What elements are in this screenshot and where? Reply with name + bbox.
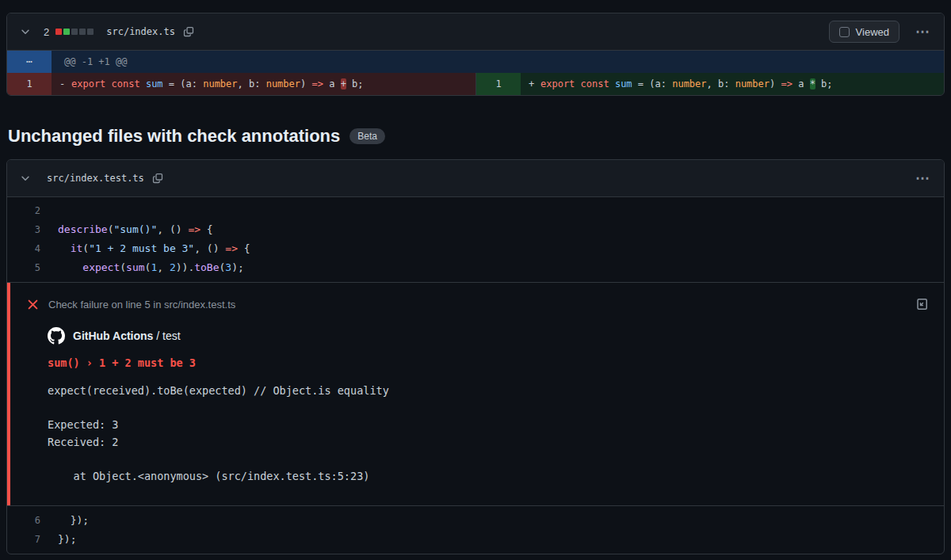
diffstat-square-green: [63, 29, 70, 35]
code-token: =>: [781, 78, 792, 90]
diffstat-square-gray: [79, 29, 86, 35]
code-token: =>: [311, 78, 323, 90]
code-line: 4 it("1 + 2 must be 3", () => {: [7, 239, 944, 258]
code-token: , (): [157, 223, 188, 235]
code-area: 23describe("sum()", () => {4 it("1 + 2 m…: [7, 197, 944, 554]
code-text: });: [58, 511, 89, 530]
code-token: = (a:: [163, 78, 204, 90]
addition-line-number[interactable]: 1: [476, 73, 521, 95]
addition-code-tokens: export const sum = (a: number, b: number…: [540, 78, 833, 90]
check-annotation: Check failure on line 5 in src/index.tes…: [7, 282, 944, 506]
annotation-file-panel: src/index.test.ts ⋯ 23describe("sum()", …: [6, 159, 945, 554]
code-token: sum: [126, 261, 144, 273]
code-line: 3describe("sum()", () => {: [7, 220, 944, 239]
code-token: , b:: [707, 78, 735, 90]
beta-badge: Beta: [349, 128, 385, 144]
line-number: 7: [7, 530, 58, 549]
code-token: expect: [82, 261, 120, 273]
file-name-link[interactable]: src/index.test.ts: [47, 173, 144, 184]
file-name-link[interactable]: src/index.ts: [106, 26, 175, 37]
code-token: (: [120, 261, 126, 273]
code-token: sum: [615, 78, 632, 90]
workflow-name: GitHub Actions: [73, 330, 153, 342]
annotation-accent-bar: [7, 283, 10, 505]
hunk-row: ⋯ @@ -1 +1 @@: [7, 51, 944, 73]
code-token: number: [266, 78, 300, 90]
changes-count: 2: [44, 26, 49, 38]
copy-path-button[interactable]: [149, 170, 166, 187]
addition-sign: +: [529, 73, 540, 95]
code-token: export const: [540, 78, 615, 90]
annotation-file-header: src/index.test.ts ⋯: [7, 160, 944, 197]
collapse-file-button[interactable]: [17, 23, 34, 40]
split-diff: ⋯ @@ -1 +1 @@ 1 -export const sum = (a: …: [7, 51, 944, 95]
github-logo-icon: [48, 327, 65, 345]
diffstat-square-gray: [71, 29, 78, 35]
diff-left-half: 1 -export const sum = (a: number, b: num…: [7, 73, 476, 95]
line-number: 4: [7, 239, 58, 258]
code-token: )).: [176, 261, 194, 273]
code-token: "1 + 2 must be 3": [89, 242, 194, 254]
diff-code-row: 1 -export const sum = (a: number, b: num…: [7, 73, 944, 95]
line-number: 5: [7, 258, 58, 277]
annotation-action-button[interactable]: [912, 295, 931, 314]
code-token: +: [341, 78, 346, 90]
annotation-header-text: Check failure on line 5 in src/index.tes…: [48, 299, 235, 310]
annotation-failure-title: sum() › 1 + 2 must be 3: [48, 356, 931, 369]
viewed-toggle-button[interactable]: Viewed: [829, 21, 899, 43]
code-line: 2: [7, 201, 944, 220]
code-token: ): [770, 78, 781, 90]
hunk-header: @@ -1 +1 @@: [52, 51, 127, 73]
code-token: number: [672, 78, 706, 90]
deletion-code-tokens: export const sum = (a: number, b: number…: [71, 78, 364, 90]
section-title: Unchanged files with check annotations: [8, 126, 340, 147]
code-token: *: [810, 78, 815, 90]
expand-hunk-button[interactable]: ⋯: [7, 51, 52, 73]
annotation-content: GitHub Actions / test sum() › 1 + 2 must…: [48, 327, 931, 485]
diff-file-panel: 2 src/index.ts Viewed ⋯ ⋯ @@ -1 +1 @@: [6, 13, 945, 96]
code-token: {: [201, 223, 213, 235]
viewed-checkbox[interactable]: [839, 27, 850, 37]
code-lines-before: 23describe("sum()", () => {4 it("1 + 2 m…: [7, 201, 944, 277]
diff-right-half: 1 +export const sum = (a: number, b: num…: [476, 73, 944, 95]
code-token: , (): [194, 242, 225, 254]
code-token: toBe: [194, 261, 219, 273]
code-token: 3: [225, 261, 231, 273]
code-line: 5 expect(sum(1, 2)).toBe(3);: [7, 258, 944, 277]
code-token: number: [735, 78, 770, 90]
deletion-sign: -: [59, 73, 71, 95]
job-name: / test: [153, 330, 180, 342]
pull-request-files-page: 2 src/index.ts Viewed ⋯ ⋯ @@ -1 +1 @@: [0, 0, 951, 554]
code-token: ): [300, 78, 311, 90]
line-number: 6: [7, 511, 58, 530]
deletion-line-number[interactable]: 1: [7, 73, 52, 95]
code-token: sum: [146, 78, 163, 90]
copy-path-button[interactable]: [180, 23, 197, 40]
code-token: );: [231, 261, 244, 273]
code-token: "sum()": [113, 223, 157, 235]
chevron-down-icon: [20, 173, 31, 184]
annotation-source-row[interactable]: GitHub Actions / test: [48, 327, 931, 345]
code-token: , b:: [238, 78, 266, 90]
code-token: b;: [815, 78, 833, 90]
chevron-down-icon: [20, 26, 31, 37]
addition-code-line: +export const sum = (a: number, b: numbe…: [521, 73, 944, 95]
code-token: (: [82, 242, 89, 254]
code-token: });: [58, 533, 76, 545]
annotation-output: expect(received).toBe(expected) // Objec…: [48, 383, 931, 485]
deletion-code-line: -export const sum = (a: number, b: numbe…: [52, 73, 476, 95]
annotation-header: Check failure on line 5 in src/index.tes…: [28, 295, 931, 314]
section-heading: Unchanged files with check annotations B…: [8, 126, 943, 147]
code-lines-after: 6 });7});: [7, 511, 944, 549]
diffstat-square-gray: [87, 29, 94, 35]
line-number: 3: [7, 220, 58, 239]
diffstat: [55, 29, 94, 35]
code-text: expect(sum(1, 2)).toBe(3);: [58, 258, 244, 277]
code-token: ,: [157, 261, 170, 273]
file-options-button[interactable]: ⋯: [912, 168, 934, 189]
copy-icon: [183, 26, 194, 37]
code-text: });: [58, 530, 76, 549]
collapse-file-button[interactable]: [17, 170, 34, 187]
code-token: number: [203, 78, 237, 90]
file-options-button[interactable]: ⋯: [912, 21, 934, 42]
